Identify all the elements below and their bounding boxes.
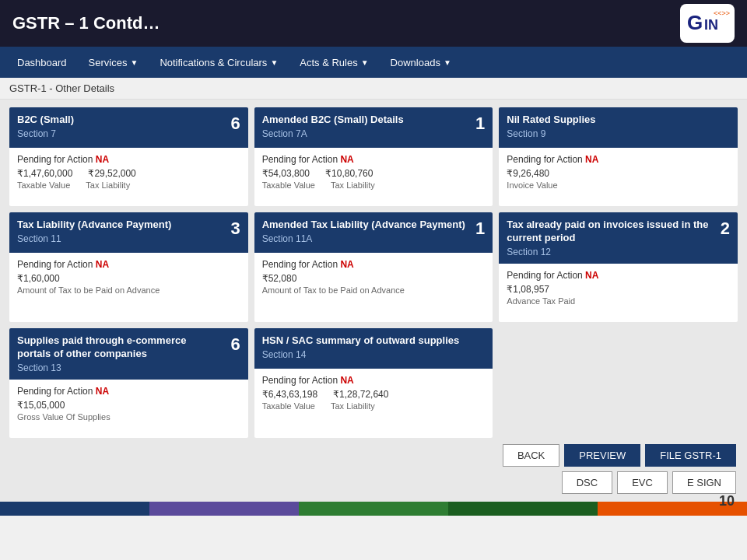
- dsc-button[interactable]: DSC: [562, 471, 612, 494]
- card-row-1: B2C (Small) Section 7 6 Pending for Acti…: [9, 107, 738, 206]
- action-buttons-row1: BACK PREVIEW FILE GSTR-1: [9, 444, 738, 467]
- card-row-3: Supplies paid through e-commerce portals…: [9, 328, 738, 438]
- nav-dashboard[interactable]: Dashboard: [6, 47, 78, 78]
- card-ecommerce-supplies[interactable]: Supplies paid through e-commerce portals…: [9, 328, 248, 438]
- color-bar: [0, 502, 747, 516]
- empty-cell: [499, 328, 738, 438]
- chevron-down-icon: ▼: [270, 58, 278, 67]
- nav-services[interactable]: Services ▼: [78, 47, 149, 78]
- card-amended-tax-liability[interactable]: Amended Tax Liability (Advance Payment) …: [254, 212, 493, 322]
- preview-button[interactable]: PREVIEW: [564, 444, 640, 467]
- breadcrumb: GSTR-1 - Other Details: [0, 78, 747, 100]
- app-title: GSTR – 1 Contd…: [12, 13, 160, 33]
- app-logo: G IN <<>>: [680, 4, 735, 43]
- main-content: B2C (Small) Section 7 6 Pending for Acti…: [0, 100, 747, 502]
- card-tax-liability-advance[interactable]: Tax Liability (Advance Payment) Section …: [9, 212, 248, 322]
- nav-acts-rules[interactable]: Acts & Rules ▼: [289, 47, 379, 78]
- page-number: 10: [719, 493, 735, 509]
- chevron-down-icon: ▼: [361, 58, 369, 67]
- nav-notifications[interactable]: Notifications & Circulars ▼: [149, 47, 289, 78]
- evc-button[interactable]: EVC: [617, 471, 668, 494]
- navigation: Dashboard Services ▼ Notifications & Cir…: [0, 47, 747, 78]
- footer: 10: [0, 502, 747, 516]
- chevron-down-icon: ▼: [130, 58, 138, 67]
- chevron-down-icon: ▼: [444, 58, 451, 67]
- nav-downloads[interactable]: Downloads ▼: [380, 47, 462, 78]
- card-amended-b2c[interactable]: Amended B2C (Small) Details Section 7A 1…: [254, 107, 493, 206]
- file-gstr1-button[interactable]: FILE GSTR-1: [645, 444, 736, 467]
- action-buttons-row2: DSC EVC E SIGN: [9, 471, 738, 494]
- card-tax-already-paid[interactable]: Tax already paid on invoices issued in t…: [499, 212, 738, 322]
- back-button[interactable]: BACK: [503, 444, 559, 467]
- svg-text:<<>>: <<>>: [714, 9, 730, 17]
- esign-button[interactable]: E SIGN: [672, 471, 736, 494]
- svg-text:G: G: [687, 11, 703, 34]
- card-hsn-sac[interactable]: HSN / SAC summary of outward supplies Se…: [254, 328, 493, 438]
- card-nil-rated[interactable]: Nil Rated Supplies Section 9 Pending for…: [499, 107, 738, 206]
- app-header: GSTR – 1 Contd… G IN <<>>: [0, 0, 747, 47]
- card-row-2: Tax Liability (Advance Payment) Section …: [9, 212, 738, 322]
- card-b2c-small[interactable]: B2C (Small) Section 7 6 Pending for Acti…: [9, 107, 248, 206]
- svg-text:IN: IN: [704, 17, 718, 33]
